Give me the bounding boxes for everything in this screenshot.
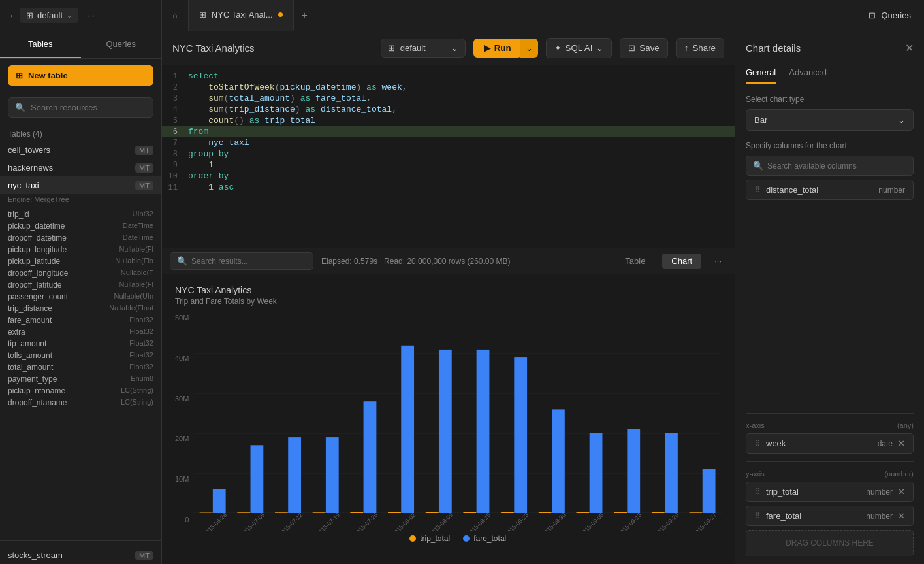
x-label: 2015-09-20 [652, 513, 683, 531]
drag-zone-label: DRAG COLUMNS HERE [786, 539, 874, 548]
schema-row: pickup_datetimeDateTime [8, 220, 153, 232]
top-bar-left: → ⊞ default ⌄ ··· [0, 0, 162, 31]
columns-section: Specify columns for the chart 🔍 ⠿ distan… [735, 141, 924, 210]
chart-legend: trip_total fare_total [194, 534, 722, 543]
view-table-tab[interactable]: Table [616, 254, 654, 269]
view-chart-tab[interactable]: Chart [662, 254, 701, 269]
svg-rect-8 [251, 445, 264, 513]
chart-type-value: Bar [754, 115, 767, 125]
svg-rect-10 [289, 437, 302, 513]
chart-svg-wrapper: 2015-06-282015-07-052015-07-122015-07-19… [194, 314, 722, 543]
sidebar-tabs: Tables Queries [0, 31, 161, 59]
db-selector[interactable]: ⊞ default ⌄ [381, 39, 466, 58]
column-search-input[interactable] [767, 161, 906, 171]
remove-trip-total-button[interactable]: ✕ [898, 487, 905, 497]
svg-rect-30 [665, 433, 678, 513]
x-label: 2015-09-06 [577, 513, 608, 531]
panel-title: Chart details [746, 42, 801, 54]
schema-row: dropoff_longitudeNullable(F [8, 267, 153, 279]
schema-row: dropoff_datetimeDateTime [8, 232, 153, 244]
more-options-button[interactable]: ··· [709, 254, 727, 269]
schema-row: payment_typeEnum8 [8, 373, 153, 385]
schema-list: trip_idUInt32 pickup_datetimeDateTime dr… [0, 208, 161, 535]
svg-rect-6 [213, 489, 226, 513]
columns-label: Specify columns for the chart [746, 141, 914, 150]
code-line-6: 6 from [162, 126, 735, 137]
new-table-button[interactable]: ⊞ New table [8, 65, 153, 86]
nav-back-icon[interactable]: → [5, 10, 14, 21]
table-icon: ⊞ [26, 10, 33, 20]
code-editor[interactable]: 1 select 2 toStartOfWeek(pickup_datetime… [162, 65, 735, 248]
add-tab-button[interactable]: + [294, 0, 315, 31]
remove-week-button[interactable]: ✕ [898, 439, 905, 448]
schema-row: tip_amountFloat32 [8, 338, 153, 350]
x-label: 2015-08-23 [501, 513, 532, 531]
schema-row: trip_distanceNullable(Float [8, 303, 153, 314]
drag-columns-zone[interactable]: DRAG COLUMNS HERE [746, 530, 914, 556]
x-axis-labels: 2015-06-282015-07-052015-07-122015-07-19… [194, 513, 722, 531]
sql-ai-icon: ✦ [554, 43, 562, 53]
run-dropdown-button[interactable]: ⌄ [520, 39, 538, 58]
x-axis-week-chip: ⠿ week date ✕ [746, 433, 914, 454]
query-title: NYC Taxi Analytics [172, 42, 373, 54]
save-label: Save [639, 43, 659, 53]
legend-label-trip: trip_total [420, 534, 450, 543]
queries-button[interactable]: ⊡ Queries [855, 0, 924, 31]
code-line-11: 11 1 asc [162, 182, 735, 193]
panel-tab-advanced[interactable]: Advanced [789, 62, 827, 84]
sidebar-item-nyc-taxi[interactable]: nyc_taxi MT [0, 176, 161, 194]
x-axis-label: x-axis (any) [746, 422, 914, 429]
tab-tables[interactable]: Tables [0, 31, 81, 58]
search-resources-input[interactable] [31, 103, 146, 112]
save-button[interactable]: ⊡ Save [620, 38, 667, 58]
workspace-tab[interactable]: ⊞ default ⌄ [20, 8, 78, 23]
panel-header: Chart details ✕ [735, 31, 924, 54]
sidebar-item-hackernews[interactable]: hackernews MT [0, 159, 161, 176]
sidebar-item-cell-towers[interactable]: cell_towers MT [0, 141, 161, 159]
x-label: 2015-07-26 [351, 513, 382, 531]
schema-row: pickup_longitudeNullable(Fl [8, 244, 153, 256]
elapsed-label: Elapsed: 0.579s [321, 257, 377, 266]
code-line-3: 3 sum(total_amount) as fare_total, [162, 93, 735, 104]
table-name: stocks_stream [8, 550, 130, 560]
tables-section-label: Tables (4) [0, 123, 161, 141]
workspace-label: default [37, 10, 63, 20]
run-button[interactable]: ▶ Run [473, 39, 522, 58]
results-search-container: 🔍 [170, 252, 313, 270]
more-options-icon[interactable]: ··· [84, 9, 99, 22]
panel-tabs: General Advanced [746, 62, 914, 84]
active-tab[interactable]: ⊞ NYC Taxi Anal... [189, 0, 294, 31]
remove-fare-total-button[interactable]: ✕ [898, 511, 905, 521]
close-panel-button[interactable]: ✕ [905, 42, 914, 54]
table-badge: MT [135, 181, 153, 190]
schema-row: dropoff_ntanameLC(String) [8, 397, 153, 408]
sidebar-item-stocks-stream[interactable]: stocks_stream MT [0, 546, 161, 564]
table-name: cell_towers [8, 145, 130, 155]
table-badge: MT [135, 163, 153, 173]
share-label: Share [692, 43, 716, 53]
table-badge: MT [135, 551, 153, 560]
results-search-input[interactable] [191, 257, 306, 266]
sql-ai-button[interactable]: ✦ SQL AI ⌄ [546, 38, 613, 58]
x-label: 2015-08-30 [539, 513, 570, 531]
x-label: 2015-08-09 [426, 513, 457, 531]
top-bar: → ⊞ default ⌄ ··· ⌂ ⊞ NYC Taxi Anal... +… [0, 0, 924, 31]
svg-rect-14 [364, 401, 377, 513]
y-axis-label: y-axis (number) [746, 470, 914, 478]
tab-queries[interactable]: Queries [81, 31, 162, 58]
y-axis-fare-total-chip: ⠿ fare_total number ✕ [746, 506, 914, 526]
x-label: 2015-09-27 [690, 513, 721, 531]
search-icon: 🔍 [177, 256, 187, 266]
tab-table-icon: ⊞ [199, 10, 206, 20]
new-table-icon: ⊞ [16, 71, 23, 80]
chart-type-selector[interactable]: Bar ⌄ [746, 109, 914, 131]
search-resources-container: 🔍 [8, 97, 153, 118]
home-button[interactable]: ⌂ [162, 0, 189, 31]
queries-icon: ⊡ [868, 10, 876, 20]
db-label: default [400, 43, 426, 53]
share-button[interactable]: ↑ Share [676, 38, 724, 58]
available-column-distance-total: ⠿ distance_total number [746, 180, 914, 200]
legend-trip-total: trip_total [409, 534, 450, 543]
svg-rect-28 [628, 429, 641, 513]
panel-tab-general[interactable]: General [746, 62, 776, 84]
